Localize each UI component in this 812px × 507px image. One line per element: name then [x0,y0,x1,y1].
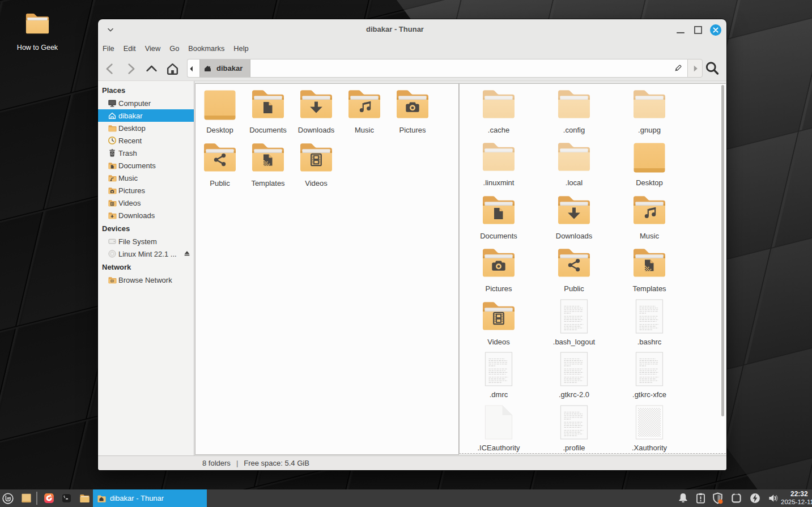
file-item-pictures[interactable]: Pictures [389,86,437,134]
file-item--dmrc[interactable]: .dmrc [461,350,537,399]
file-item-desktop[interactable]: Desktop [612,138,687,187]
notifications-icon[interactable] [677,492,690,505]
binary-file-icon [631,403,668,440]
volume-icon[interactable] [767,492,780,505]
web-browser-launcher[interactable] [42,489,56,507]
power-icon[interactable] [749,492,762,505]
file-item--linuxmint[interactable]: .linuxmint [461,138,537,187]
search-button[interactable] [704,61,720,76]
sidebar-item-recent[interactable]: Recent [98,134,194,147]
file-item--gtkrc-2-0[interactable]: .gtkrc-2.0 [537,350,612,399]
sidebar-item-pictures[interactable]: Pictures [98,184,194,197]
menu-go[interactable]: Go [165,42,184,55]
file-item-desktop[interactable]: Desktop [196,86,244,134]
file-item-music[interactable]: Music [341,86,389,134]
statusbar-folders: 8 folders [202,459,231,467]
desktop-shortcut-how-to-geek[interactable]: How to Geek [10,7,65,52]
file-item-label: Documents [461,232,537,240]
sidebar-item-videos[interactable]: Videos [98,197,194,209]
close-button[interactable] [710,24,721,36]
file-item--profile[interactable]: .profile [537,403,612,452]
breadcrumb-button[interactable]: dibakar [199,59,250,77]
menu-view[interactable]: View [141,42,165,55]
sidebar-item-label: dibakar [118,112,143,120]
file-item-label: Downloads [537,232,612,240]
file-item-label: .dmrc [461,390,537,399]
terminal-launcher[interactable] [59,489,73,507]
file-item-pictures[interactable]: Pictures [461,244,537,293]
clock[interactable]: 22:32 2025-12-11 [781,490,812,506]
show-desktop-button[interactable] [19,489,33,507]
scrollbar-thumb[interactable] [721,85,724,416]
file-item-label: Pictures [389,126,437,134]
path-bar[interactable]: dibakar [187,59,687,78]
file-pane-right[interactable]: .cache.config.gnupg.linuxmint.localDeskt… [459,83,726,454]
eject-icon[interactable] [183,250,191,258]
maximize-button[interactable] [692,24,704,36]
sidebar-header-places: Places [98,84,194,97]
file-item-label: .bashrc [612,338,687,346]
toolbar: dibakar [98,56,726,81]
window-menu-icon[interactable] [105,25,116,35]
menu-file[interactable]: File [98,42,119,55]
updates-icon[interactable] [694,492,707,505]
firewall-shield-icon[interactable] [711,492,724,505]
path-expander-button[interactable] [687,59,703,78]
taskbar-active-task[interactable]: dibakar - Thunar [93,489,207,507]
file-item--local[interactable]: .local [537,138,612,187]
file-item-videos[interactable]: Videos [461,297,537,346]
file-item-music[interactable]: Music [612,191,687,240]
file-item-documents[interactable]: Documents [244,86,292,134]
sidebar-item-downloads[interactable]: Downloads [98,209,194,221]
sidebar-item-browse-network[interactable]: Browse Network [98,274,194,286]
back-button[interactable] [103,61,118,76]
menu-edit[interactable]: Edit [119,42,141,55]
titlebar[interactable]: dibakar - Thunar [98,19,726,40]
file-manager-launcher[interactable] [78,489,91,507]
sidebar-item-file-system[interactable]: File System [98,235,194,248]
file-item--bash-logout[interactable]: .bash_logout [537,297,612,346]
menu-help[interactable]: Help [229,42,253,55]
file-item-label: .gnupg [612,126,687,134]
sidebar-item-linux-mint-22-1-[interactable]: Linux Mint 22.1 ... [98,248,194,260]
taskbar-separator [36,492,37,505]
file-item-public[interactable]: Public [196,139,244,188]
folder-documents-icon [250,86,286,122]
file-item-label: .gtkrc-xfce [612,390,687,399]
file-item-videos[interactable]: Videos [292,139,341,188]
sidebar-item-label: Downloads [118,211,155,220]
file-pane-left[interactable]: DesktopDocumentsDownloadsMusicPicturesPu… [195,83,459,455]
mint-menu-button[interactable] [1,489,15,507]
sidebar-item-music[interactable]: Music [98,172,194,184]
file-item--bashrc[interactable]: .bashrc [612,297,687,346]
sidebar-item-documents[interactable]: Documents [98,159,194,172]
file-item-downloads[interactable]: Downloads [292,86,341,134]
file-item--cache[interactable]: .cache [461,86,537,134]
folder-icon [24,10,50,36]
sidebar-item-trash[interactable]: Trash [98,147,194,159]
file-item--gnupg[interactable]: .gnupg [612,86,687,134]
file-item--config[interactable]: .config [537,86,612,134]
file-item--xauthority[interactable]: .Xauthority [612,403,687,452]
collapse-left-icon[interactable] [188,65,197,73]
sidebar-item-computer[interactable]: Computer [98,97,194,109]
edit-path-icon[interactable] [673,63,683,74]
file-item-templates[interactable]: Templates [244,139,292,188]
menu-bookmarks[interactable]: Bookmarks [184,42,229,55]
forward-button[interactable] [123,61,138,76]
file-item-downloads[interactable]: Downloads [537,191,612,240]
home-button[interactable] [165,61,180,76]
file-item-documents[interactable]: Documents [461,191,537,240]
battery-icon[interactable] [730,492,743,505]
file-item--iceauthority[interactable]: .ICEauthority [461,403,537,452]
up-button[interactable] [144,61,159,76]
folder-icon [481,138,517,174]
file-item-label: Music [612,232,687,240]
sidebar-item-desktop[interactable]: Desktop [98,122,194,134]
trash-icon [108,148,117,157]
sidebar-item-dibakar[interactable]: dibakar [98,109,194,122]
minimize-button[interactable] [674,24,687,36]
file-item--gtkrc-xfce[interactable]: .gtkrc-xfce [612,350,687,399]
file-item-templates[interactable]: Templates [612,244,687,293]
file-item-public[interactable]: Public [537,244,612,293]
